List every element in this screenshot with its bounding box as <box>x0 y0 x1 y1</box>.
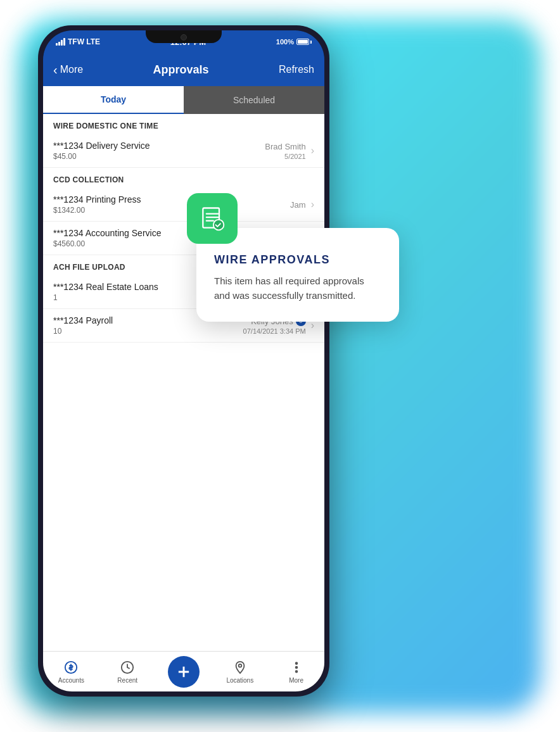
item-date: 5/2021 <box>284 153 306 160</box>
item-date: 07/14/2021 3:34 PM <box>243 327 306 335</box>
item-amount: $45.00 <box>53 152 265 161</box>
svg-point-2 <box>238 664 241 667</box>
item-name: Real Estate Loans <box>86 282 158 292</box>
list-item-right: Brad Smith 5/2021 <box>265 142 305 160</box>
item-name: Delivery Service <box>86 141 150 151</box>
tooltip-title: WIRE APPROVALS <box>214 253 381 267</box>
list-item-main: ***1234 Printing Press $1342.00 <box>53 194 290 215</box>
nav-refresh-button[interactable]: Refresh <box>279 64 314 75</box>
recent-label: Recent <box>117 677 137 684</box>
accounts-label: Accounts <box>58 677 84 684</box>
phone-inner: TFW LTE 12:07 PM 100% ‹ Mor <box>43 30 324 691</box>
tooltip-icon <box>187 193 238 244</box>
battery-icon <box>296 39 312 45</box>
more-label: More <box>289 677 303 684</box>
nav-back-button[interactable]: ‹ More <box>53 63 83 77</box>
signal-icon <box>56 38 65 46</box>
bottom-tab-more[interactable]: More <box>268 660 324 684</box>
item-title: ***1234 Delivery Service <box>53 141 265 151</box>
tooltip-body: This item has all required approvals and… <box>214 274 381 303</box>
battery-label: 100% <box>276 38 294 46</box>
nav-back-label: More <box>60 64 83 75</box>
nav-bar: ‹ More Approvals Refresh <box>43 53 324 86</box>
svg-point-4 <box>295 666 297 668</box>
status-left: TFW LTE <box>56 37 100 46</box>
carrier-label: TFW LTE <box>68 37 100 46</box>
item-amount: $1342.00 <box>53 206 290 215</box>
scene: TFW LTE 12:07 PM 100% ‹ Mor <box>0 0 560 732</box>
item-account: ***1234 <box>53 282 84 292</box>
list-item-main: ***1234 Delivery Service $45.00 <box>53 141 265 161</box>
item-title: ***1234 Printing Press <box>53 194 290 205</box>
item-account: ***1234 <box>53 141 84 151</box>
locations-label: Locations <box>226 677 253 684</box>
chevron-icon: › <box>311 145 314 156</box>
plus-icon <box>168 656 200 688</box>
bottom-tab-recent[interactable]: Recent <box>99 660 156 684</box>
section-header-wire: WIRE DOMESTIC ONE TIME <box>43 114 324 134</box>
bottom-tab-add[interactable] <box>156 656 212 688</box>
location-pin-icon <box>232 660 248 675</box>
chevron-icon: › <box>311 199 314 210</box>
list-item[interactable]: ***1234 Printing Press $1342.00 Jam › <box>43 188 324 222</box>
bottom-tab-accounts[interactable]: Accounts <box>43 660 99 684</box>
item-account: ***1234 <box>53 228 84 238</box>
content-area: WIRE DOMESTIC ONE TIME ***1234 Delivery … <box>43 114 324 651</box>
item-approver: Brad Smith <box>265 142 305 151</box>
svg-point-5 <box>295 671 297 672</box>
menu-icon <box>289 660 304 675</box>
dollar-circle-icon <box>63 660 79 675</box>
clock-icon <box>120 660 135 675</box>
notch <box>146 30 222 43</box>
item-account: ***1234 <box>53 194 84 205</box>
status-right: 100% <box>276 38 312 46</box>
nav-title: Approvals <box>153 63 209 77</box>
tooltip-card: WIRE APPROVALS This item has all require… <box>196 228 399 322</box>
tab-scheduled[interactable]: Scheduled <box>184 86 324 114</box>
item-name: Printing Press <box>86 194 141 205</box>
bottom-tab-bar: Accounts Recent <box>43 651 324 691</box>
item-name: Payroll <box>86 315 113 325</box>
item-name: Accounting Service <box>86 228 162 238</box>
item-approver: Jam <box>290 200 306 210</box>
bottom-tab-locations[interactable]: Locations <box>212 660 268 684</box>
back-arrow-icon: ‹ <box>53 63 58 77</box>
item-amount: 10 <box>53 327 243 336</box>
tab-bar: Today Scheduled <box>43 86 324 114</box>
camera <box>181 34 187 41</box>
item-account: ***1234 <box>53 315 84 325</box>
list-item-right: Jam <box>290 200 306 210</box>
section-header-ccd: CCD COLLECTION <box>43 168 324 188</box>
phone-shell: TFW LTE 12:07 PM 100% ‹ Mor <box>38 25 329 697</box>
tab-today[interactable]: Today <box>43 86 184 114</box>
svg-point-3 <box>295 662 297 664</box>
list-item[interactable]: ***1234 Delivery Service $45.00 Brad Smi… <box>43 134 324 168</box>
